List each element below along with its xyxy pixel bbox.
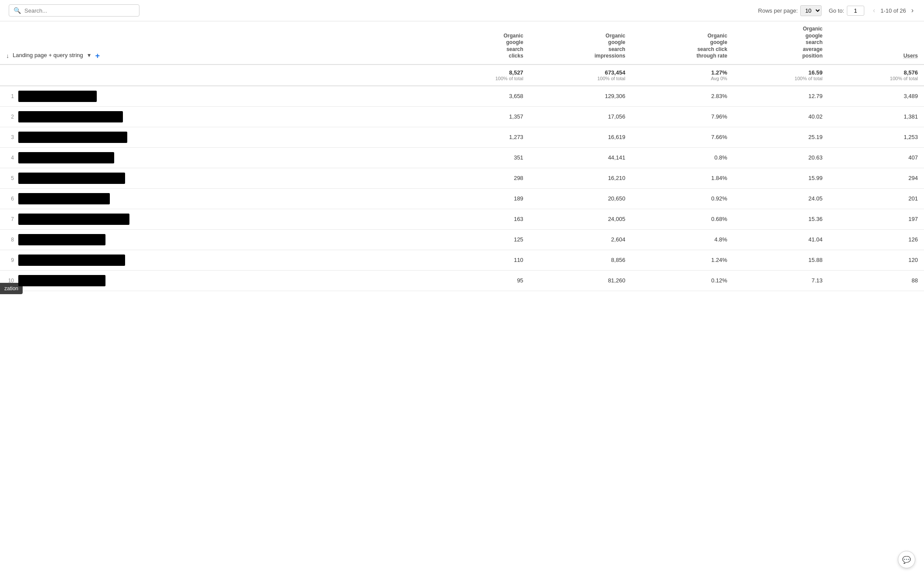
table-row: 9 110 8,856 1.24% 15.88 120 — [0, 250, 924, 270]
users-cell-8: 120 — [829, 250, 924, 270]
page-range: 1-10 of 26 — [880, 7, 906, 14]
goto-input[interactable]: 1 — [847, 6, 864, 16]
redacted-bar — [18, 255, 125, 266]
position-cell-4: 15.99 — [734, 168, 829, 188]
redacted-bar — [18, 275, 105, 286]
col-header-clicks: Organic google search clicks — [434, 21, 530, 64]
rows-per-page-select[interactable]: 10 25 50 — [800, 5, 822, 16]
clicks-cell-1: 1,357 — [434, 106, 530, 127]
table-row: 2 1,357 17,056 7.96% 40.02 1,381 — [0, 106, 924, 127]
impressions-cell-4: 16,210 — [530, 168, 632, 188]
impressions-cell-9: 81,260 — [530, 270, 632, 291]
dim-cell-0: 1 — [0, 86, 434, 107]
table-row: 3 1,273 16,619 7.66% 25.19 1,253 — [0, 127, 924, 147]
dimension-label: Landing page + query string — [13, 52, 83, 59]
redacted-bar — [18, 234, 105, 245]
search-input[interactable] — [24, 7, 135, 14]
position-cell-5: 24.05 — [734, 188, 829, 209]
pagination-controls: Rows per page: 10 25 50 Go to: 1 ‹ 1-10 … — [758, 5, 915, 16]
redacted-bar — [18, 132, 127, 143]
position-cell-2: 25.19 — [734, 127, 829, 147]
position-cell-6: 15.36 — [734, 209, 829, 229]
totals-row: 8,527 100% of total 673,454 100% of tota… — [0, 64, 924, 86]
redacted-bar — [18, 173, 125, 184]
row-num: 5 — [6, 175, 14, 181]
users-cell-1: 1,381 — [829, 106, 924, 127]
table-container: ↓ Landing page + query string ▼ + Organi… — [0, 21, 924, 291]
clicks-cell-6: 163 — [434, 209, 530, 229]
position-cell-7: 41.04 — [734, 229, 829, 250]
table-row: 4 351 44,141 0.8% 20.63 407 — [0, 147, 924, 168]
overlay-label: zation — [4, 285, 18, 291]
row-num: 3 — [6, 134, 14, 140]
clicks-cell-5: 189 — [434, 188, 530, 209]
users-cell-6: 197 — [829, 209, 924, 229]
clicks-cell-4: 298 — [434, 168, 530, 188]
row-num: 2 — [6, 114, 14, 120]
impressions-cell-1: 17,056 — [530, 106, 632, 127]
ctr-cell-1: 7.96% — [632, 106, 734, 127]
redacted-bar — [18, 152, 114, 163]
total-cell-organic_position: 16.59 100% of total — [734, 64, 829, 86]
table-row: 6 189 20,650 0.92% 24.05 201 — [0, 188, 924, 209]
clicks-cell-3: 351 — [434, 147, 530, 168]
row-num: 1 — [6, 93, 14, 99]
column-header-row: ↓ Landing page + query string ▼ + Organi… — [0, 21, 924, 64]
table-row: 5 298 16,210 1.84% 15.99 294 — [0, 168, 924, 188]
position-cell-9: 7.13 — [734, 270, 829, 291]
prev-page-button[interactable]: ‹ — [871, 6, 877, 15]
left-overlay: zation — [0, 283, 23, 291]
impressions-cell-6: 24,005 — [530, 209, 632, 229]
add-dimension-button[interactable]: + — [95, 52, 100, 60]
col-header-users: Users — [829, 21, 924, 64]
col-title-users: Users — [835, 53, 918, 60]
data-table: ↓ Landing page + query string ▼ + Organi… — [0, 21, 924, 291]
col-title-clicks: Organic google search clicks — [440, 33, 523, 60]
ctr-cell-5: 0.92% — [632, 188, 734, 209]
sort-icon: ↓ — [6, 52, 9, 60]
table-row: 8 125 2,604 4.8% 41.04 126 — [0, 229, 924, 250]
impressions-cell-5: 20,650 — [530, 188, 632, 209]
col-header-impressions: Organic google search impressions — [530, 21, 632, 64]
ctr-cell-6: 0.68% — [632, 209, 734, 229]
search-icon: 🔍 — [14, 7, 21, 14]
impressions-cell-0: 129,306 — [530, 86, 632, 107]
users-cell-3: 407 — [829, 147, 924, 168]
col-title-position: Organic google search average position — [740, 26, 823, 60]
goto-label: Go to: — [829, 7, 844, 14]
impressions-cell-2: 16,619 — [530, 127, 632, 147]
clicks-cell-7: 125 — [434, 229, 530, 250]
users-cell-5: 201 — [829, 188, 924, 209]
redacted-bar — [18, 111, 123, 122]
impressions-cell-3: 44,141 — [530, 147, 632, 168]
table-row: 7 163 24,005 0.68% 15.36 197 — [0, 209, 924, 229]
row-num: 7 — [6, 216, 14, 222]
dim-cell-4: 5 — [0, 168, 434, 188]
total-cell-users: 8,576 100% of total — [829, 64, 924, 86]
clicks-cell-0: 3,658 — [434, 86, 530, 107]
users-cell-0: 3,489 — [829, 86, 924, 107]
total-cell-organic_impressions: 673,454 100% of total — [530, 64, 632, 86]
impressions-cell-8: 8,856 — [530, 250, 632, 270]
position-cell-3: 20.63 — [734, 147, 829, 168]
dim-cell-5: 6 — [0, 188, 434, 209]
dim-cell-8: 9 — [0, 250, 434, 270]
row-num: 8 — [6, 237, 14, 243]
chevron-down-icon[interactable]: ▼ — [87, 52, 92, 59]
col-header-position: Organic google search average position — [734, 21, 829, 64]
dim-cell-9: 10 — [0, 270, 434, 291]
redacted-bar — [18, 193, 110, 204]
clicks-cell-8: 110 — [434, 250, 530, 270]
search-box[interactable]: 🔍 — [9, 4, 139, 17]
ctr-cell-2: 7.66% — [632, 127, 734, 147]
goto: Go to: 1 — [829, 6, 864, 16]
ctr-cell-4: 1.84% — [632, 168, 734, 188]
dim-cell-1: 2 — [0, 106, 434, 127]
table-row: 1 3,658 129,306 2.83% 12.79 3,489 — [0, 86, 924, 107]
dim-cell-7: 8 — [0, 229, 434, 250]
top-bar: 🔍 Rows per page: 10 25 50 Go to: 1 ‹ 1-1… — [0, 0, 924, 21]
next-page-button[interactable]: › — [910, 6, 915, 15]
page-info: ‹ 1-10 of 26 › — [871, 6, 915, 15]
dim-cell-6: 7 — [0, 209, 434, 229]
impressions-cell-7: 2,604 — [530, 229, 632, 250]
